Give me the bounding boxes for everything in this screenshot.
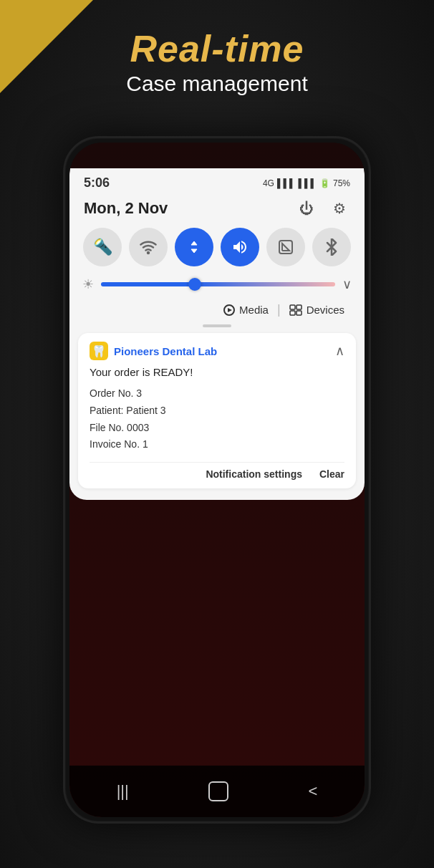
battery-icon: 🔋: [319, 178, 330, 188]
media-devices-row: Media | Devices: [69, 296, 365, 322]
wifi-toggle[interactable]: [129, 228, 168, 266]
status-icons: 4G ▌▌▌ ▌▌▌ 🔋 75%: [263, 178, 350, 188]
notification-actions: Notification settings Clear: [90, 462, 344, 480]
svg-rect-4: [290, 305, 295, 309]
expand-icon[interactable]: ∨: [342, 276, 352, 292]
clear-button[interactable]: Clear: [319, 468, 344, 480]
data-toggle[interactable]: [175, 228, 213, 266]
back-button[interactable]: <: [294, 776, 332, 806]
notification-body: Order No. 3 Patient: Patient 3 File No. …: [90, 385, 344, 453]
notification-header: 🦷 Pioneers Dental Lab ∧: [90, 342, 344, 360]
file-no: File No. 0003: [90, 420, 344, 437]
media-button[interactable]: Media: [218, 301, 274, 319]
status-bar: 5:06 4G ▌▌▌ ▌▌▌ 🔋 75%: [69, 168, 365, 195]
svg-rect-5: [296, 305, 302, 309]
app-icon: 🦷: [90, 342, 108, 360]
phone-device: 5:06 4G ▌▌▌ ▌▌▌ 🔋 75% Mon, 2 Nov ⏻ ⚙: [63, 136, 371, 824]
svg-rect-7: [296, 311, 302, 315]
drag-handle: [203, 324, 231, 327]
4g-icon: 4G: [263, 178, 274, 188]
settings-icon[interactable]: ⚙: [329, 198, 350, 219]
gold-ribbon: [0, 0, 93, 93]
sound-toggle[interactable]: [221, 228, 259, 266]
phone-screen-area: 5:06 4G ▌▌▌ ▌▌▌ 🔋 75% Mon, 2 Nov ⏻ ⚙: [69, 143, 365, 817]
status-time: 5:06: [84, 175, 110, 191]
media-divider: |: [277, 302, 281, 317]
svg-point-0: [148, 252, 149, 254]
media-label: Media: [239, 304, 269, 316]
bluetooth-toggle[interactable]: [312, 228, 351, 266]
notification-settings-button[interactable]: Notification settings: [206, 468, 302, 480]
patient: Patient: Patient 3: [90, 402, 344, 420]
notification-app-info: 🦷 Pioneers Dental Lab: [90, 342, 217, 360]
phone-navigation-bar: ||| <: [69, 766, 365, 817]
svg-rect-6: [290, 311, 295, 315]
devices-label: Devices: [307, 304, 344, 316]
order-no: Order No. 3: [90, 385, 344, 402]
recents-button[interactable]: |||: [102, 776, 143, 806]
date-row: Mon, 2 Nov ⏻ ⚙: [69, 195, 365, 222]
app-name: Pioneers Dental Lab: [114, 345, 217, 357]
brightness-row: ☀ ∨: [69, 272, 365, 296]
signal-bars2: ▌▌▌: [298, 178, 317, 188]
invoice-no: Invoice No. 1: [90, 436, 344, 453]
nfc-toggle[interactable]: [266, 228, 305, 266]
svg-marker-3: [228, 308, 232, 312]
phone-screen: 5:06 4G ▌▌▌ ▌▌▌ 🔋 75% Mon, 2 Nov ⏻ ⚙: [69, 143, 365, 817]
notification-title: Your order is READY!: [90, 366, 344, 378]
notification-panel: 5:06 4G ▌▌▌ ▌▌▌ 🔋 75% Mon, 2 Nov ⏻ ⚙: [69, 168, 365, 500]
quick-settings-row: 🔦: [69, 222, 365, 272]
signal-bars: ▌▌▌: [277, 178, 296, 188]
notification-card: 🦷 Pioneers Dental Lab ∧ Your order is RE…: [78, 333, 356, 488]
battery-percent: 75%: [333, 178, 350, 188]
flashlight-toggle[interactable]: 🔦: [83, 228, 122, 266]
home-button[interactable]: [208, 781, 228, 801]
power-icon[interactable]: ⏻: [296, 198, 317, 219]
date-action-icons: ⏻ ⚙: [296, 198, 350, 219]
brightness-thumb: [188, 278, 201, 291]
brightness-slider[interactable]: [101, 282, 335, 286]
date-display: Mon, 2 Nov: [84, 199, 168, 218]
collapse-icon[interactable]: ∧: [335, 343, 344, 359]
brightness-icon: ☀: [82, 276, 94, 292]
devices-button[interactable]: Devices: [284, 301, 350, 319]
